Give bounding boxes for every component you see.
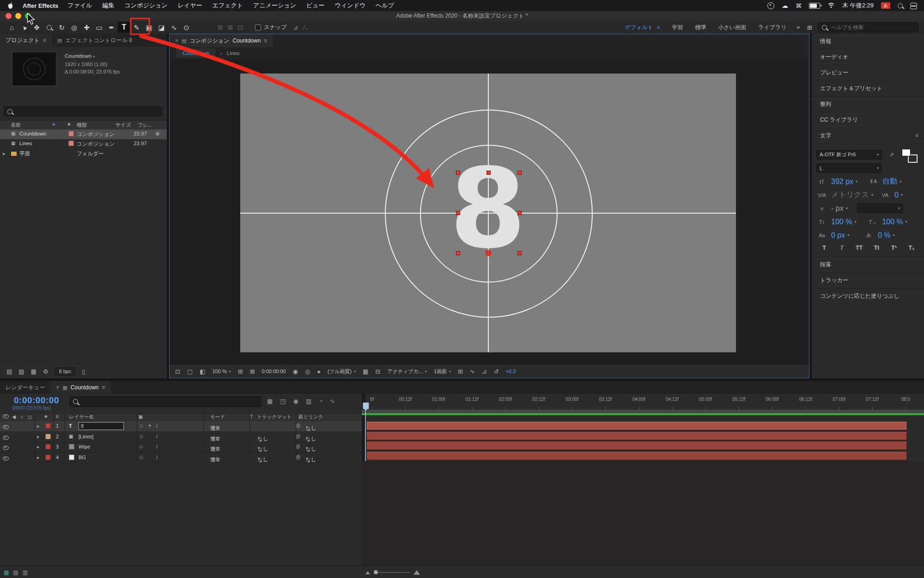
- column-parent[interactable]: 親とリンク: [298, 414, 323, 420]
- layer-duration-bar[interactable]: [366, 451, 907, 460]
- workspace-overflow-icon[interactable]: »: [796, 24, 800, 31]
- tracking-dropdown[interactable]: 0▾: [894, 191, 903, 199]
- label-color-chip[interactable]: [68, 131, 74, 136]
- tsume-dropdown[interactable]: 0 %▾: [878, 231, 895, 240]
- faux-style-button[interactable]: Tt: [871, 245, 881, 251]
- faux-style-button[interactable]: T: [819, 245, 829, 251]
- frame-blending-icon[interactable]: ▥: [306, 398, 311, 405]
- view-axis-mode-icon[interactable]: ⊡: [237, 24, 243, 31]
- magnification-dropdown[interactable]: 100 %▾: [213, 369, 231, 374]
- panel-header-character[interactable]: 文字: [812, 128, 924, 144]
- selection-handle-mid-left[interactable]: [456, 211, 460, 215]
- comp-mini-flowchart-icon[interactable]: ▦: [267, 398, 273, 405]
- battery-icon[interactable]: [809, 3, 820, 9]
- fx-switch-icon[interactable]: /: [156, 434, 158, 439]
- panel-header[interactable]: CC ライブラリ: [812, 112, 924, 128]
- pen-tool[interactable]: ✒: [105, 22, 118, 33]
- tab-render-queue[interactable]: レンダーキュー: [0, 381, 50, 394]
- caret-icon[interactable]: ▾: [93, 55, 95, 59]
- screen-recording-icon[interactable]: [767, 2, 774, 9]
- shy-switch-icon[interactable]: ◇: [140, 455, 143, 460]
- selection-handle-bottom-right[interactable]: [517, 251, 522, 255]
- pan-behind-tool[interactable]: ✚: [80, 22, 93, 33]
- expand-modes-icon[interactable]: ▤: [13, 569, 18, 576]
- workspace-tab[interactable]: デフォルト: [625, 24, 653, 31]
- breadcrumb-parent[interactable]: Lines: [227, 50, 240, 56]
- layer-duration-bar[interactable]: [366, 421, 907, 430]
- close-tab-icon[interactable]: ×: [56, 384, 59, 391]
- help-search-box[interactable]: [818, 22, 918, 32]
- fx-switch-icon[interactable]: /: [156, 455, 158, 460]
- fill-swatch[interactable]: [902, 149, 911, 156]
- anchor-point-icon[interactable]: [485, 250, 492, 256]
- panel-header[interactable]: エフェクト＆プリセット: [812, 81, 924, 97]
- shy-switch-icon[interactable]: ◇: [140, 444, 143, 449]
- column-framerate[interactable]: フレ...: [138, 122, 152, 129]
- timeline-zoom-control[interactable]: [365, 570, 420, 575]
- layer-label-chip[interactable]: [45, 434, 51, 439]
- motion-blur-icon[interactable]: ◔: [319, 398, 322, 405]
- tab-timeline-countdown[interactable]: × ▦ Countdown ≡: [50, 381, 110, 394]
- panel-header[interactable]: コンテンツに応じた塗りつぶし: [812, 289, 924, 304]
- panel-header[interactable]: 情報: [812, 34, 924, 49]
- leading-dropdown[interactable]: 自動▾: [882, 177, 901, 186]
- layer-name[interactable]: Wipe: [79, 444, 90, 449]
- panel-header[interactable]: 段落: [812, 257, 924, 273]
- tab-overflow-icon[interactable]: »: [159, 37, 167, 43]
- workspace-tab[interactable]: ライブラリ: [758, 24, 786, 31]
- region-of-interest-icon[interactable]: ⊠: [250, 368, 255, 375]
- baseline-shift-dropdown[interactable]: 0 px▾: [831, 231, 849, 240]
- column-name[interactable]: 名前: [11, 122, 21, 129]
- hide-shy-layers-icon[interactable]: ◉: [293, 398, 298, 405]
- layer-expander-icon[interactable]: ▸: [37, 423, 40, 429]
- panel-menu-icon[interactable]: ≡: [264, 37, 267, 44]
- camera-dropdown[interactable]: アクティブカ...▾: [387, 368, 427, 375]
- font-style-select[interactable]: L ▾: [816, 163, 882, 173]
- input-source-icon[interactable]: あ: [881, 2, 890, 9]
- exposure-value[interactable]: +0.0: [506, 369, 516, 374]
- disclosure-icon[interactable]: ▸: [3, 150, 6, 157]
- cloud-icon[interactable]: ☁: [782, 2, 788, 9]
- layer-list-header[interactable]: ◀ ○ ◻ ◆ # レイヤー名 ◇✦\▦◔⊙ モード T トラックマット 親とリ…: [0, 413, 362, 422]
- clone-stamp-tool[interactable]: ▣: [143, 22, 155, 33]
- faux-style-button[interactable]: TT: [854, 245, 864, 251]
- workspace-tab[interactable]: 標準: [695, 24, 706, 31]
- stroke-width-dropdown[interactable]: - px▾: [831, 204, 848, 213]
- layer-name[interactable]: BG: [79, 455, 86, 460]
- selection-handle-top-right[interactable]: [517, 171, 522, 175]
- parent-pickwhip-icon[interactable]: @: [296, 434, 300, 439]
- spotlight-icon[interactable]: [898, 3, 903, 8]
- menubar-item[interactable]: アニメーション: [253, 1, 296, 10]
- selection-tool[interactable]: ▲: [18, 22, 30, 33]
- fast-previews-icon[interactable]: ▦: [363, 368, 368, 375]
- expand-inout-icon[interactable]: ▥: [23, 569, 28, 576]
- window-titlebar[interactable]: Adobe After Effects 2020 - 名称未設定プロジェクト *: [0, 11, 924, 21]
- menubar-app-name[interactable]: After Effects: [23, 2, 58, 9]
- column-t[interactable]: T: [250, 414, 253, 419]
- selection-handle-mid-right[interactable]: [517, 211, 522, 215]
- sort-ascending-icon[interactable]: ▲: [52, 122, 56, 126]
- label-color-chip[interactable]: [68, 141, 74, 146]
- zoom-in-icon[interactable]: [413, 570, 420, 575]
- tab-project[interactable]: プロジェクト ≡: [0, 34, 52, 47]
- trash-icon[interactable]: ▯: [82, 368, 85, 375]
- layer-duration-bar[interactable]: [366, 431, 907, 440]
- shy-switch-icon[interactable]: ◇: [140, 434, 143, 439]
- text-tool[interactable]: T: [118, 22, 130, 33]
- command-icon[interactable]: ⌘: [796, 2, 802, 9]
- layer-row[interactable]: ▸4BG◇/通常▾なし▾@なし▾: [0, 453, 362, 463]
- draft-3d-icon[interactable]: ◳: [280, 398, 286, 405]
- menubar-item[interactable]: ビュー: [306, 1, 325, 10]
- work-area-bar[interactable]: [362, 410, 924, 412]
- selection-handle-top-mid[interactable]: [486, 171, 491, 175]
- snap-control[interactable]: スナップ: [255, 24, 286, 31]
- new-folder-icon[interactable]: ▧: [18, 368, 24, 375]
- zoom-slider[interactable]: [374, 572, 410, 573]
- zoom-window-button[interactable]: [25, 13, 31, 19]
- breadcrumb-current[interactable]: Countdown: [176, 49, 216, 58]
- control-center-icon[interactable]: [910, 3, 917, 8]
- time-ruler[interactable]: 0f00:12f01:00f01:12f02:00f02:12f03:00f03…: [365, 394, 924, 410]
- project-row[interactable]: ▸平面フォルダー: [0, 149, 167, 159]
- project-row[interactable]: ▦Countdownコンポジション23.97▣: [0, 129, 167, 139]
- composition-frame[interactable]: 8: [240, 74, 736, 352]
